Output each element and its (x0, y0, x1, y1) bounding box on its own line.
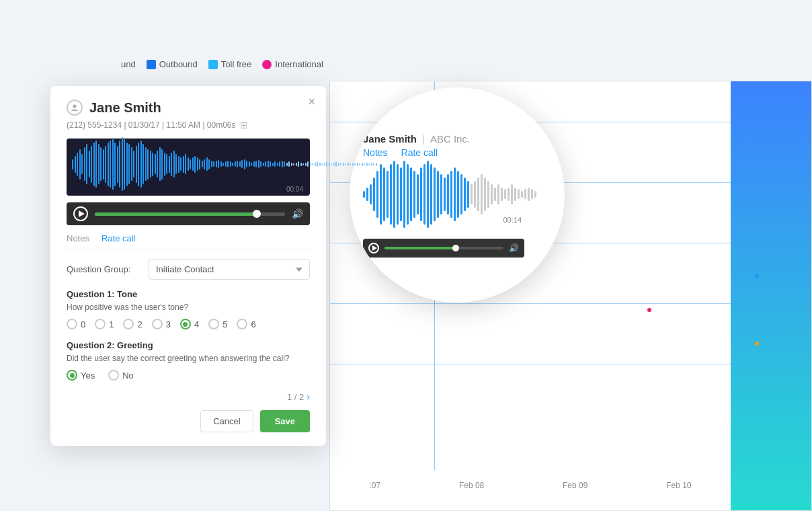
tooltip-player[interactable]: 🔊 (363, 239, 524, 258)
radio-circle-4[interactable] (180, 319, 191, 329)
radio-option-0[interactable]: 0 (67, 319, 85, 329)
tooltip-popup: Jane Smith | ABC Inc. Notes Rate call 00… (350, 87, 565, 303)
xaxis-label: Feb 08 (459, 481, 484, 490)
question-1-title: Question 1: Tone (67, 289, 310, 299)
tooltip-name: Jane Smith (363, 133, 417, 145)
question-group-select[interactable]: Initiate Contact (149, 259, 310, 280)
question-1-options[interactable]: 0 1 2 3 4 5 6 (67, 319, 310, 329)
player-bar[interactable]: 🔊 (67, 202, 310, 225)
modal-meta-text: (212) 555-1234 | 01/30/17 | 11:50 AM | 0… (67, 120, 236, 130)
volume-icon[interactable]: 🔊 (292, 208, 303, 219)
xaxis-label: :07 (369, 481, 380, 490)
modal-meta: (212) 555-1234 | 01/30/17 | 11:50 AM | 0… (67, 120, 310, 130)
radio-yes[interactable]: Yes (67, 370, 95, 381)
radio-label-0: 0 (81, 319, 85, 329)
question-2-title: Question 2: Greeting (67, 340, 310, 350)
legend-label-outbound: Outbound (159, 59, 198, 69)
legend-label-international: International (275, 59, 323, 69)
question-group-row: Question Group: Initiate Contact (67, 259, 310, 280)
legend-color-outbound (147, 60, 156, 69)
radio-option-5[interactable]: 5 (208, 319, 227, 329)
question-2-text: Did the user say the correct greeting wh… (67, 354, 310, 363)
pagination[interactable]: 1 / 2 › (67, 391, 310, 402)
radio-option-2[interactable]: 2 (123, 319, 142, 329)
tooltip-progress-track[interactable] (384, 247, 503, 249)
chart-hline (330, 303, 731, 304)
radio-option-3[interactable]: 3 (152, 319, 171, 329)
tooltip-tab-ratecall[interactable]: Rate call (401, 147, 438, 159)
info-icon: ⊞ (240, 120, 248, 130)
radio-label-yes: Yes (81, 370, 95, 381)
question-1-text: How positive was the user's tone? (67, 303, 310, 312)
radio-label-5: 5 (222, 319, 227, 329)
radio-label-2: 2 (137, 319, 142, 329)
progress-fill (95, 212, 257, 216)
main-modal: × Jane Smith (212) 555-1234 | 01/30/17 |… (50, 86, 326, 446)
radio-option-4[interactable]: 4 (180, 319, 199, 329)
radio-option-1[interactable]: 1 (95, 319, 114, 329)
chart-dot (647, 308, 651, 312)
tooltip-company: ABC Inc. (430, 133, 470, 145)
tooltip-tab-notes[interactable]: Notes (363, 147, 388, 159)
tooltip-tabs[interactable]: Notes Rate call (363, 147, 551, 159)
modal-tabs[interactable]: Notes Rate call (67, 233, 310, 249)
tooltip-play-button[interactable] (368, 243, 379, 253)
legend-color-international (262, 60, 272, 69)
tooltip-progress-fill (384, 247, 456, 249)
tooltip-progress-thumb (452, 245, 459, 251)
modal-footer: Cancel Save (67, 410, 310, 432)
xaxis-label: Feb 10 (666, 481, 691, 490)
question-1-block: Question 1: Tone How positive was the us… (67, 289, 310, 329)
radio-label-3: 3 (166, 319, 171, 329)
waveform-bars (72, 144, 304, 184)
chart-xaxis: :07 Feb 08 Feb 09 Feb 10 (330, 481, 731, 490)
tooltip-volume-icon[interactable]: 🔊 (509, 243, 519, 253)
tab-ratecall[interactable]: Rate call (102, 233, 136, 243)
question-2-options[interactable]: Yes No (67, 370, 310, 381)
legend-label-partial: und (121, 59, 136, 69)
tooltip-waveform: 00:14 (363, 167, 524, 235)
legend-item-international: International (262, 59, 323, 69)
legend-item-tollfree: Toll free (208, 59, 252, 69)
radio-no[interactable]: No (108, 370, 134, 381)
modal-title: Jane Smith (89, 100, 161, 116)
radio-circle-0[interactable] (67, 319, 77, 329)
tooltip-header: Jane Smith | ABC Inc. (363, 133, 551, 145)
chart-dot (755, 274, 759, 278)
chart-gradient (731, 81, 811, 510)
tab-notes[interactable]: Notes (67, 233, 89, 243)
play-button[interactable] (73, 206, 88, 221)
radio-circle-no[interactable] (108, 370, 119, 381)
chart-dot (755, 342, 759, 346)
chart-hline (330, 364, 731, 364)
question-group-label: Question Group: (67, 264, 140, 274)
question-2-block: Question 2: Greeting Did the user say th… (67, 340, 310, 381)
radio-option-6[interactable]: 6 (237, 319, 255, 329)
pagination-next-arrow[interactable]: › (307, 391, 310, 402)
legend-item-outbound: Outbound (147, 59, 198, 69)
legend-label-tollfree: Toll free (221, 59, 252, 69)
radio-circle-6[interactable] (237, 319, 247, 329)
radio-label-1: 1 (109, 319, 114, 329)
progress-thumb (253, 210, 261, 218)
tooltip-timestamp: 00:14 (503, 216, 522, 224)
xaxis-label: Feb 09 (563, 481, 587, 490)
radio-circle-1[interactable] (95, 319, 106, 329)
radio-circle-5[interactable] (208, 319, 219, 329)
chart-legend: und Outbound Toll free International (121, 59, 323, 69)
legend-color-tollfree (208, 60, 218, 69)
save-button[interactable]: Save (260, 410, 310, 432)
pagination-label: 1 / 2 (287, 392, 304, 402)
waveform-timestamp: 00:04 (72, 186, 304, 193)
close-button[interactable]: × (308, 95, 315, 108)
radio-circle-yes[interactable] (67, 370, 77, 381)
cancel-button[interactable]: Cancel (200, 410, 253, 432)
waveform-container: 00:04 (67, 139, 310, 196)
user-icon (67, 100, 83, 116)
progress-track[interactable] (95, 212, 285, 216)
radio-label-4: 4 (194, 319, 199, 329)
radio-circle-3[interactable] (152, 319, 163, 329)
radio-label-6: 6 (251, 319, 255, 329)
svg-point-0 (73, 105, 77, 108)
radio-circle-2[interactable] (123, 319, 134, 329)
